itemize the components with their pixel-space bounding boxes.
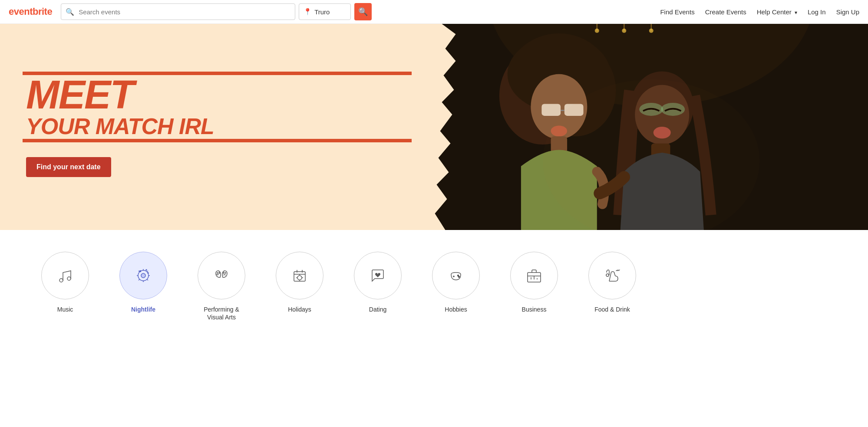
- svg-point-43: [225, 273, 226, 273]
- svg-line-33: [147, 279, 149, 281]
- category-item-business[interactable]: Business: [495, 247, 573, 318]
- search-button[interactable]: 🔍: [354, 3, 372, 20]
- category-circle-hobbies: [432, 252, 480, 299]
- category-item-hobbies[interactable]: Hobbies: [417, 247, 495, 318]
- svg-point-56: [459, 276, 460, 278]
- nav-create-events[interactable]: Create Events: [705, 8, 746, 16]
- category-label-business: Business: [522, 305, 547, 313]
- hero-headline: MEET: [26, 77, 408, 113]
- location-text: Truro: [314, 8, 330, 16]
- svg-line-35: [139, 279, 140, 281]
- category-item-dating[interactable]: Dating: [339, 247, 417, 318]
- nav-sign-up[interactable]: Sign Up: [836, 8, 859, 16]
- category-circle-dating: [354, 252, 402, 299]
- categories-section: Music: [0, 230, 868, 338]
- category-circle-holidays: [276, 252, 323, 299]
- category-label-music: Music: [57, 305, 73, 313]
- logo[interactable]: eventbrite: [9, 6, 52, 17]
- location-bar[interactable]: 📍 Truro: [299, 3, 351, 20]
- svg-point-26: [67, 277, 71, 280]
- hero-cta-button[interactable]: Find your next date: [26, 157, 111, 177]
- svg-point-6: [622, 29, 626, 33]
- category-label-holidays: Holidays: [288, 305, 311, 313]
- nav-help-center[interactable]: Help Center ▾: [757, 8, 797, 16]
- nav-log-in[interactable]: Log In: [808, 8, 826, 16]
- location-icon: 📍: [304, 8, 312, 16]
- category-label-hobbies: Hobbies: [445, 305, 467, 313]
- hero-banner: MEET YOUR MATCH IRL Find your next date: [0, 24, 868, 230]
- svg-point-42: [223, 273, 224, 273]
- header: eventbrite 🔍 📍 Truro 🔍 Find Events Creat…: [0, 0, 868, 24]
- chevron-down-icon: ▾: [795, 10, 797, 16]
- hero-right-panel: [434, 24, 868, 230]
- category-label-nightlife: Nightlife: [131, 305, 155, 313]
- hero-photo: [434, 24, 868, 230]
- nav-find-events[interactable]: Find Events: [660, 8, 694, 16]
- search-bar: 🔍: [61, 3, 295, 20]
- categories-list: Music: [26, 247, 842, 325]
- svg-point-40: [217, 273, 218, 273]
- svg-line-34: [147, 271, 149, 272]
- hero-left-panel: MEET YOUR MATCH IRL Find your next date: [0, 24, 434, 230]
- category-circle-nightlife: [119, 252, 167, 299]
- svg-point-5: [594, 29, 599, 33]
- category-item-music[interactable]: Music: [26, 247, 104, 318]
- category-circle-performing-arts: [198, 252, 245, 299]
- category-item-performing-arts[interactable]: Performing & Visual Arts: [182, 247, 261, 325]
- svg-point-62: [606, 274, 609, 276]
- category-label-dating: Dating: [369, 305, 386, 313]
- category-item-nightlife[interactable]: Nightlife: [104, 247, 182, 318]
- svg-rect-13: [541, 104, 561, 115]
- search-input[interactable]: [79, 8, 295, 16]
- category-label-food-drink: Food & Drink: [594, 305, 630, 313]
- svg-point-7: [649, 29, 653, 33]
- category-circle-music: [41, 252, 89, 299]
- category-item-food-drink[interactable]: Food & Drink: [573, 247, 651, 318]
- search-icon: 🔍: [61, 8, 79, 16]
- category-label-performing-arts: Performing & Visual Arts: [195, 305, 248, 321]
- category-circle-food-drink: [588, 252, 636, 299]
- hero-subheadline: YOUR MATCH IRL: [26, 115, 408, 138]
- svg-point-39: [148, 273, 149, 273]
- svg-point-36: [141, 273, 145, 278]
- nav: Find Events Create Events Help Center ▾ …: [660, 8, 859, 16]
- svg-point-25: [59, 279, 63, 282]
- category-circle-business: [510, 252, 558, 299]
- svg-point-37: [140, 271, 141, 272]
- svg-point-38: [146, 269, 147, 270]
- svg-point-48: [297, 276, 302, 280]
- category-item-holidays[interactable]: Holidays: [261, 247, 339, 318]
- svg-point-41: [219, 273, 220, 273]
